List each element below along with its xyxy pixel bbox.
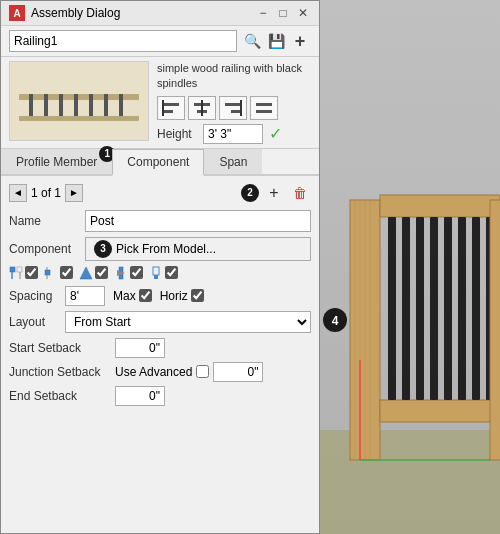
- icon-check-group-5: [149, 266, 178, 280]
- pick-btn-label: Pick From Model...: [116, 242, 216, 256]
- pick-from-model-button[interactable]: 3 Pick From Model...: [85, 237, 311, 261]
- tab-span[interactable]: Span: [204, 149, 262, 174]
- connector-bottom-icon: [149, 266, 163, 280]
- minimize-button[interactable]: −: [255, 5, 271, 21]
- junction-setback-row: Junction Setback Use Advanced: [9, 362, 311, 382]
- svg-rect-33: [320, 430, 500, 534]
- svg-rect-45: [444, 217, 452, 400]
- assembly-dialog: A Assembly Dialog − □ ✕ 🔍 💾 +: [0, 0, 320, 534]
- icon-check-group-4: [114, 266, 143, 280]
- horiz-label: Horiz: [160, 289, 188, 303]
- junction-setback-input[interactable]: [213, 362, 263, 382]
- svg-rect-7: [104, 94, 108, 116]
- check-4[interactable]: [130, 266, 143, 279]
- svg-rect-5: [74, 94, 78, 116]
- nav-row: ◄ 1 of 1 ► 2 + 🗑: [9, 182, 311, 204]
- add-component-button[interactable]: +: [263, 182, 285, 204]
- check-2[interactable]: [60, 266, 73, 279]
- check-3[interactable]: [95, 266, 108, 279]
- svg-rect-16: [231, 110, 241, 113]
- preview-section: simple wood railing with black spindles …: [1, 57, 319, 149]
- close-button[interactable]: ✕: [295, 5, 311, 21]
- height-row: Height ✓: [157, 124, 311, 144]
- layout-label: Layout: [9, 315, 57, 329]
- railing-preview-svg: [14, 66, 144, 136]
- height-label: Height: [157, 127, 197, 141]
- connector-anchor-icon: [79, 266, 93, 280]
- icon-check-group-3: [79, 266, 108, 280]
- scene-svg: 4: [320, 0, 500, 534]
- align-right-btn[interactable]: [219, 96, 247, 120]
- nav-badge-2: 2: [241, 184, 259, 202]
- tab-component[interactable]: Component: [112, 149, 204, 176]
- align-left-btn[interactable]: [157, 96, 185, 120]
- svg-rect-10: [163, 110, 173, 113]
- preview-right: simple wood railing with black spindles …: [157, 61, 311, 144]
- component-name-input[interactable]: [85, 210, 311, 232]
- junction-setback-mid: Use Advanced: [115, 362, 311, 382]
- tabs-section: Profile Member 1 Component Span: [1, 149, 319, 176]
- svg-rect-46: [458, 217, 466, 400]
- layout-select[interactable]: From Start Centered From End: [65, 311, 311, 333]
- tab-profile-member[interactable]: Profile Member 1: [1, 149, 112, 174]
- spacing-row: Spacing Max Horiz: [9, 286, 311, 306]
- preview-description: simple wood railing with black spindles: [157, 61, 311, 92]
- junction-setback-label: Junction Setback: [9, 365, 109, 379]
- use-advanced-label: Use Advanced: [115, 365, 192, 379]
- horiz-group: Horiz: [160, 289, 204, 303]
- save-icon-btn[interactable]: 💾: [265, 30, 287, 52]
- window-controls: − □ ✕: [255, 5, 311, 21]
- assembly-name-input[interactable]: [9, 30, 237, 52]
- layout-row: Layout From Start Centered From End: [9, 311, 311, 333]
- nav-next-button[interactable]: ►: [65, 184, 83, 202]
- align-justify-btn[interactable]: [250, 96, 278, 120]
- svg-rect-19: [256, 110, 272, 113]
- icon-check-group-2: [44, 266, 73, 280]
- svg-rect-31: [154, 275, 158, 279]
- end-setback-input[interactable]: [115, 386, 165, 406]
- end-setback-row: End Setback: [9, 386, 311, 406]
- svg-rect-47: [472, 217, 480, 400]
- nav-count: 1 of 1: [31, 186, 61, 200]
- scene-view: 4: [320, 0, 500, 534]
- align-center-btn[interactable]: [188, 96, 216, 120]
- maximize-button[interactable]: □: [275, 5, 291, 21]
- svg-rect-3: [44, 94, 48, 116]
- svg-rect-17: [240, 100, 242, 116]
- window-title: Assembly Dialog: [31, 6, 120, 20]
- svg-rect-44: [430, 217, 438, 400]
- max-checkbox[interactable]: [139, 289, 152, 302]
- svg-rect-49: [490, 200, 500, 460]
- start-setback-input[interactable]: [115, 338, 165, 358]
- component-field-row: Component 3 Pick From Model...: [9, 237, 311, 261]
- connector-end-icon: [114, 266, 128, 280]
- svg-rect-4: [59, 94, 63, 116]
- nav-prev-button[interactable]: ◄: [9, 184, 27, 202]
- svg-marker-27: [80, 267, 92, 279]
- end-setback-label: End Setback: [9, 389, 109, 403]
- svg-rect-42: [402, 217, 410, 400]
- check-1[interactable]: [25, 266, 38, 279]
- component-field-label: Component: [9, 242, 79, 256]
- delete-component-button[interactable]: 🗑: [289, 182, 311, 204]
- height-input[interactable]: [203, 124, 263, 144]
- start-setback-label: Start Setback: [9, 341, 109, 355]
- preview-image: [9, 61, 149, 141]
- horiz-checkbox[interactable]: [191, 289, 204, 302]
- svg-rect-14: [201, 100, 203, 116]
- check-5[interactable]: [165, 266, 178, 279]
- title-bar: A Assembly Dialog − □ ✕: [1, 1, 319, 26]
- max-label: Max: [113, 289, 136, 303]
- connector-mid-icon: [44, 266, 58, 280]
- use-advanced-checkbox[interactable]: [196, 365, 209, 378]
- spacing-label: Spacing: [9, 289, 57, 303]
- spacing-input[interactable]: [65, 286, 105, 306]
- svg-text:4: 4: [332, 314, 339, 328]
- connector-top-icon: [9, 266, 23, 280]
- nav-left: ◄ 1 of 1 ►: [9, 184, 83, 202]
- svg-rect-20: [10, 267, 15, 272]
- search-icon-btn[interactable]: 🔍: [241, 30, 263, 52]
- name-field-label: Name: [9, 214, 79, 228]
- add-icon-btn[interactable]: +: [289, 30, 311, 52]
- svg-rect-41: [388, 217, 396, 400]
